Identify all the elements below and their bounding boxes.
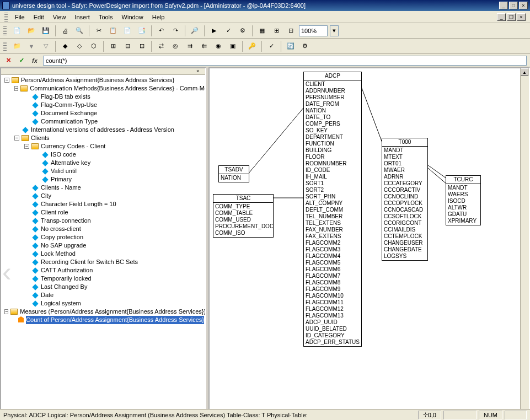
entity-field[interactable]: ALTWR — [448, 204, 479, 211]
entity-field[interactable]: COMM_ISO — [215, 230, 271, 236]
entity-field[interactable]: ID_CATEGORY — [306, 332, 360, 339]
grid-icon[interactable]: ▦ — [256, 25, 268, 37]
entity-t000[interactable]: T000 MANDTMTEXTORT01MWAERADRNRCCCATEGORY… — [382, 138, 428, 261]
tree-item[interactable]: Copy protection — [41, 233, 83, 241]
tree-item[interactable]: Logical system — [41, 299, 81, 308]
expand-icon[interactable]: − — [4, 78, 9, 83]
entity-field[interactable]: SORT1 — [306, 180, 360, 187]
entity-field[interactable]: ADCP_UUID — [306, 319, 360, 326]
entity-field[interactable]: ADRNR — [384, 174, 426, 180]
menu-insert[interactable]: Insert — [71, 13, 94, 21]
entity-field[interactable]: CCIMAILDIS — [384, 227, 426, 233]
dim-object-icon[interactable]: ◇ — [73, 40, 85, 52]
undo-icon[interactable]: ↶ — [155, 25, 167, 37]
entity-field[interactable]: COMP_PERS — [306, 121, 360, 127]
expand-icon[interactable]: − — [24, 144, 29, 149]
close-button[interactable]: × — [519, 2, 528, 9]
tree-root[interactable]: Person/Address Assignment{Business Addre… — [21, 76, 174, 84]
entity-field[interactable]: CHANGEDATE — [384, 246, 426, 253]
entity-field[interactable]: DEPARTMENT — [306, 134, 360, 141]
new-icon[interactable]: 📄 — [11, 25, 23, 37]
tree-item[interactable]: Communication Type — [41, 117, 98, 126]
entity-field[interactable]: CCORIGCONT — [384, 220, 426, 227]
entity-tcurc[interactable]: TCURC MANDTWAERSISOCDALTWRGDATUXPRIMARY — [446, 175, 481, 225]
open-icon[interactable]: 📂 — [25, 25, 38, 37]
mdi-close-button[interactable]: × — [517, 13, 526, 21]
params-icon[interactable]: ⚙ — [299, 40, 311, 52]
tree-item[interactable]: Client role — [41, 208, 68, 217]
entity-field[interactable]: WAERS — [448, 191, 479, 198]
entity-field[interactable]: FLOOR — [306, 154, 360, 160]
menu-view[interactable]: View — [49, 13, 70, 21]
entity-field[interactable]: ADCP_ERR_STATUS — [306, 339, 360, 346]
tree-item[interactable]: Document Exchange — [41, 109, 97, 117]
entity-field[interactable]: IH_MAIL — [306, 174, 360, 180]
detect-alias-icon[interactable]: ▣ — [227, 40, 239, 52]
filter-icon[interactable]: ▼ — [25, 40, 38, 52]
entity-field[interactable]: CCCATEGORY — [384, 180, 426, 187]
menu-help[interactable]: Help — [148, 13, 169, 21]
entity-field[interactable]: FUNCTION — [306, 141, 360, 147]
entity-field[interactable]: XPRIMARY — [448, 218, 479, 224]
table-icon[interactable]: ⊞ — [107, 40, 119, 52]
entity-field[interactable]: LOGSYS — [384, 253, 426, 260]
menu-tools[interactable]: Tools — [95, 13, 117, 21]
alias-icon[interactable]: ⊡ — [136, 40, 148, 52]
join-icon[interactable]: ⇄ — [155, 40, 167, 52]
tree-item[interactable]: Recording Client for Switch BC Sets — [41, 258, 138, 266]
entity-field[interactable]: COMM_TABLE — [215, 210, 271, 217]
entity-field[interactable]: FLAGCOMM13 — [306, 313, 360, 319]
formula-accept-icon[interactable]: ✓ — [17, 56, 26, 66]
entity-field[interactable]: MWAER — [384, 167, 426, 174]
scroll-up-icon[interactable]: ▲ — [521, 68, 528, 76]
entity-field[interactable]: NATION — [306, 107, 360, 114]
entity-field[interactable]: CCNOCLIIND — [384, 193, 426, 200]
run-icon[interactable]: ▶ — [208, 25, 220, 37]
detect-join-icon[interactable]: ⇉ — [184, 40, 196, 52]
entity-field[interactable]: CCTEMPLOCK — [384, 233, 426, 240]
entity-field[interactable]: SO_KEY — [306, 127, 360, 134]
formula-input[interactable] — [43, 56, 527, 66]
entity-field[interactable]: FLAGCOMM5 — [306, 260, 360, 266]
expand-icon[interactable]: − — [14, 86, 18, 91]
zoom-input[interactable]: 100% — [299, 25, 328, 36]
context-icon[interactable]: ◎ — [169, 40, 181, 52]
menu-edit[interactable]: Edit — [30, 13, 48, 21]
formula-cancel-icon[interactable]: ✕ — [3, 56, 13, 66]
tree-item[interactable]: Temporarily locked — [41, 274, 92, 283]
mdi-minimize-button[interactable]: _ — [497, 13, 506, 21]
paste-special-icon[interactable]: 📑 — [136, 25, 148, 37]
tree-item[interactable]: Primary — [51, 175, 72, 184]
tree-item[interactable]: ISO code — [51, 150, 76, 159]
tree-close-icon[interactable]: × — [196, 68, 203, 74]
entity-field[interactable]: FLAGCOMM4 — [306, 253, 360, 260]
paste-icon[interactable]: 📄 — [121, 25, 133, 37]
tree-body[interactable]: −Person/Address Assignment{Business Addr… — [1, 75, 205, 419]
integrity-icon[interactable]: ✓ — [265, 40, 277, 52]
tree-item[interactable]: Communication Methods{Business Address S… — [30, 84, 205, 93]
entity-field[interactable]: COMM_TYPE — [215, 203, 271, 210]
entity-field[interactable]: CCNOCASCAD — [384, 207, 426, 213]
tree-item[interactable]: Currency Codes - Client — [41, 142, 105, 150]
minimize-button[interactable]: _ — [499, 2, 508, 9]
entity-field[interactable]: ROOMNUMBER — [306, 160, 360, 167]
expand-icon[interactable]: − — [14, 136, 19, 141]
entity-field[interactable]: FAX_NUMBER — [306, 227, 360, 233]
entity-field[interactable]: BUILDING — [306, 147, 360, 154]
entity-field[interactable]: FLAGCOMM3 — [306, 246, 360, 253]
entity-field[interactable]: DATE_TO — [306, 114, 360, 121]
entity-field[interactable]: FLAGCOMM2 — [306, 240, 360, 246]
entity-field[interactable]: ID_CODE — [306, 167, 360, 174]
redo-icon[interactable]: ↷ — [169, 25, 181, 37]
copy-icon[interactable]: 📋 — [107, 25, 119, 37]
entity-tsadv[interactable]: TSADV NATION — [218, 165, 249, 182]
tree-item[interactable]: Alternative key — [51, 159, 90, 167]
entity-field[interactable]: FLAGCOMM10 — [306, 293, 360, 299]
entity-field[interactable]: TEL_EXTENS — [306, 220, 360, 227]
tree-item[interactable]: Flag-DB tab exists — [41, 93, 90, 101]
entity-field[interactable]: CHANGEUSER — [384, 240, 426, 246]
tree-item[interactable]: Flag-Comm-Typ-Use — [41, 101, 97, 109]
menu-grip[interactable] — [4, 13, 8, 21]
print-icon[interactable]: 🖨 — [59, 25, 71, 37]
tree-item[interactable]: No cross-client — [41, 225, 81, 233]
